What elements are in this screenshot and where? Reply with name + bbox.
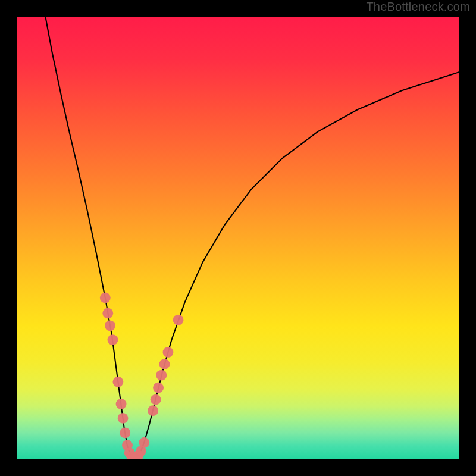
curve-marker (102, 308, 113, 319)
curve-marker (116, 399, 127, 409)
marker-group (100, 293, 184, 459)
curve-marker (105, 320, 115, 331)
curve-marker (151, 394, 161, 405)
bottleneck-curve (45, 17, 459, 458)
curve-layer (17, 17, 459, 459)
curve-marker (163, 347, 174, 358)
curve-marker (153, 383, 164, 393)
curve-marker (159, 359, 170, 369)
curve-marker (112, 377, 123, 387)
curve-marker (108, 334, 118, 345)
plot-area (17, 17, 459, 459)
curve-marker (156, 370, 167, 381)
watermark-text: TheBottleneck.com (366, 0, 470, 14)
curve-marker (173, 315, 184, 325)
curve-marker (120, 427, 130, 438)
chart-frame: TheBottleneck.com (0, 0, 476, 476)
curve-marker (118, 413, 129, 424)
curve-marker (139, 437, 149, 448)
curve-marker (100, 293, 111, 303)
curve-marker (148, 405, 158, 416)
